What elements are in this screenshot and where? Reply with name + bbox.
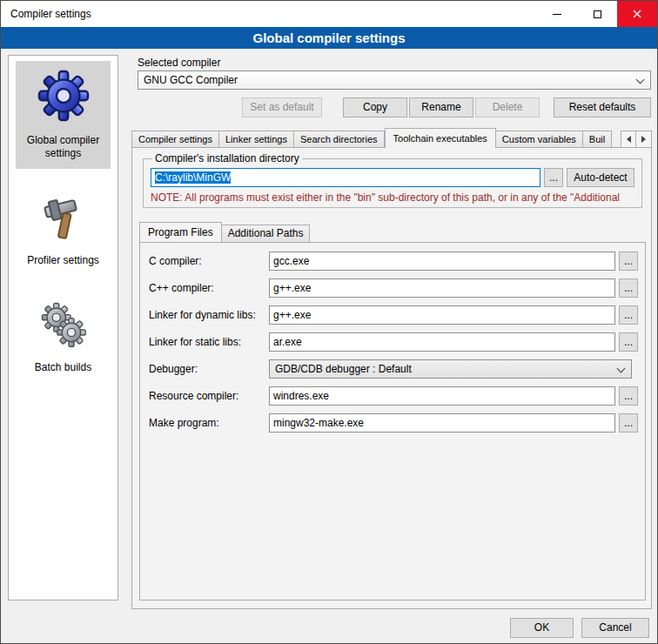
selected-compiler-value: GNU GCC Compiler bbox=[144, 74, 238, 86]
browse-button[interactable]: ... bbox=[619, 305, 638, 325]
sidebar-item-label: Profiler settings bbox=[27, 254, 99, 267]
field-row: Make program: mingw32-make.exe ... bbox=[149, 413, 638, 433]
field-row: Resource compiler: windres.exe ... bbox=[149, 386, 638, 406]
resource-compiler-label: Resource compiler: bbox=[149, 386, 269, 406]
tab-scroll-buttons bbox=[621, 131, 652, 148]
delete-button: Delete bbox=[475, 97, 540, 117]
ok-button[interactable]: OK bbox=[510, 618, 574, 638]
tab-custom-variables[interactable]: Custom variables bbox=[496, 131, 583, 148]
browse-button[interactable]: ... bbox=[619, 252, 638, 271]
sidebar-item-label: Global compiler settings bbox=[19, 134, 108, 160]
sidebar-item-label: Batch builds bbox=[35, 361, 91, 374]
auto-detect-button[interactable]: Auto-detect bbox=[567, 168, 634, 187]
minimize-button[interactable] bbox=[537, 1, 577, 27]
tab-build-options[interactable]: Buil bbox=[583, 131, 612, 148]
program-files-panel: C compiler: gcc.exe ... C++ compiler: g+… bbox=[139, 242, 646, 600]
cpp-compiler-label: C++ compiler: bbox=[149, 278, 269, 298]
tab-scroll-right-button[interactable] bbox=[636, 131, 652, 148]
sidebar-item-profiler-settings[interactable]: Profiler settings bbox=[16, 184, 111, 276]
compiler-settings-dialog: Compiler settings Global compiler settin… bbox=[0, 0, 658, 644]
settings-sidebar: Global compiler settings Profiler settin… bbox=[8, 55, 118, 600]
arrow-left-icon bbox=[623, 136, 631, 143]
settings-tabstrip: Compiler settings Linker settings Search… bbox=[131, 128, 652, 148]
cancel-button[interactable]: Cancel bbox=[581, 618, 649, 638]
tab-additional-paths[interactable]: Additional Paths bbox=[222, 225, 311, 242]
tab-linker-settings[interactable]: Linker settings bbox=[219, 131, 294, 148]
browse-button[interactable]: ... bbox=[619, 278, 638, 298]
selected-compiler-dropdown[interactable]: GNU GCC Compiler bbox=[138, 70, 651, 90]
maximize-icon bbox=[594, 10, 601, 18]
copy-button[interactable]: Copy bbox=[343, 97, 407, 117]
gear-icon bbox=[36, 68, 91, 124]
sidebar-item-global-compiler-settings[interactable]: Global compiler settings bbox=[16, 61, 111, 169]
make-program-input[interactable]: mingw32-make.exe bbox=[269, 413, 615, 433]
maximize-button[interactable] bbox=[577, 1, 617, 27]
chevron-down-icon bbox=[617, 365, 626, 373]
cpp-compiler-input[interactable]: g++.exe bbox=[269, 278, 615, 298]
browse-button[interactable]: ... bbox=[619, 386, 638, 406]
sidebar-item-batch-builds[interactable]: Batch builds bbox=[16, 292, 111, 383]
installation-directory-row: C:\raylib\MinGW ... Auto-detect bbox=[151, 168, 634, 187]
browse-directory-button[interactable]: ... bbox=[544, 168, 563, 187]
c-compiler-input[interactable]: gcc.exe bbox=[269, 252, 615, 271]
tab-toolchain-executables[interactable]: Toolchain executables bbox=[385, 128, 496, 148]
batch-builds-icon bbox=[37, 299, 90, 351]
field-row: Linker for static libs: ar.exe ... bbox=[149, 332, 638, 352]
field-row: Debugger: GDB/CDB debugger : Default bbox=[149, 359, 638, 379]
dialog-header-title: Global compiler settings bbox=[1, 27, 657, 49]
toolchain-executables-panel: Compiler's installation directory C:\ray… bbox=[131, 147, 652, 609]
installation-directory-group: Compiler's installation directory C:\ray… bbox=[143, 152, 642, 208]
title-bar: Compiler settings bbox=[1, 1, 657, 27]
program-tabs: Program Files Additional Paths bbox=[139, 223, 310, 242]
make-program-label: Make program: bbox=[149, 413, 269, 433]
browse-button[interactable]: ... bbox=[619, 332, 638, 352]
selected-compiler-label: Selected compiler bbox=[138, 57, 220, 69]
tab-compiler-settings[interactable]: Compiler settings bbox=[131, 131, 219, 148]
installation-directory-group-title: Compiler's installation directory bbox=[152, 152, 302, 164]
profiler-icon bbox=[37, 191, 90, 244]
dialog-body: Global compiler settings Profiler settin… bbox=[1, 49, 657, 643]
debugger-label: Debugger: bbox=[149, 359, 269, 379]
tab-search-directories[interactable]: Search directories bbox=[294, 131, 385, 148]
dynamic-linker-label: Linker for dynamic libs: bbox=[149, 305, 269, 325]
minimize-icon bbox=[553, 14, 561, 15]
static-linker-input[interactable]: ar.exe bbox=[269, 332, 615, 352]
note-text: NOTE: All programs must exist either in … bbox=[151, 191, 634, 204]
browse-button[interactable]: ... bbox=[619, 413, 638, 433]
debugger-value: GDB/CDB debugger : Default bbox=[275, 363, 412, 375]
close-icon bbox=[633, 10, 641, 18]
field-row: C compiler: gcc.exe ... bbox=[149, 252, 638, 271]
static-linker-label: Linker for static libs: bbox=[149, 332, 269, 352]
reset-defaults-button[interactable]: Reset defaults bbox=[554, 97, 651, 117]
close-button[interactable] bbox=[617, 1, 657, 27]
dynamic-linker-input[interactable]: g++.exe bbox=[269, 305, 615, 325]
rename-button[interactable]: Rename bbox=[409, 97, 473, 117]
selected-text: C:\raylib\MinGW bbox=[155, 171, 231, 184]
installation-directory-input[interactable]: C:\raylib\MinGW bbox=[151, 168, 540, 187]
field-row: Linker for dynamic libs: g++.exe ... bbox=[149, 305, 638, 325]
tab-scroll-left-button[interactable] bbox=[621, 131, 636, 148]
tab-program-files[interactable]: Program Files bbox=[139, 222, 222, 242]
tabs: Compiler settings Linker settings Search… bbox=[131, 128, 621, 148]
window-title: Compiler settings bbox=[10, 1, 91, 27]
arrow-right-icon bbox=[641, 136, 649, 143]
c-compiler-label: C compiler: bbox=[149, 252, 269, 271]
resource-compiler-input[interactable]: windres.exe bbox=[269, 386, 615, 406]
debugger-select[interactable]: GDB/CDB debugger : Default bbox=[269, 359, 632, 379]
compiler-actions: Set as default Copy Rename Delete Reset … bbox=[138, 97, 651, 117]
chevron-down-icon bbox=[636, 76, 645, 84]
set-as-default-button: Set as default bbox=[242, 97, 322, 117]
caption-buttons bbox=[537, 1, 657, 27]
field-row: C++ compiler: g++.exe ... bbox=[149, 278, 638, 298]
